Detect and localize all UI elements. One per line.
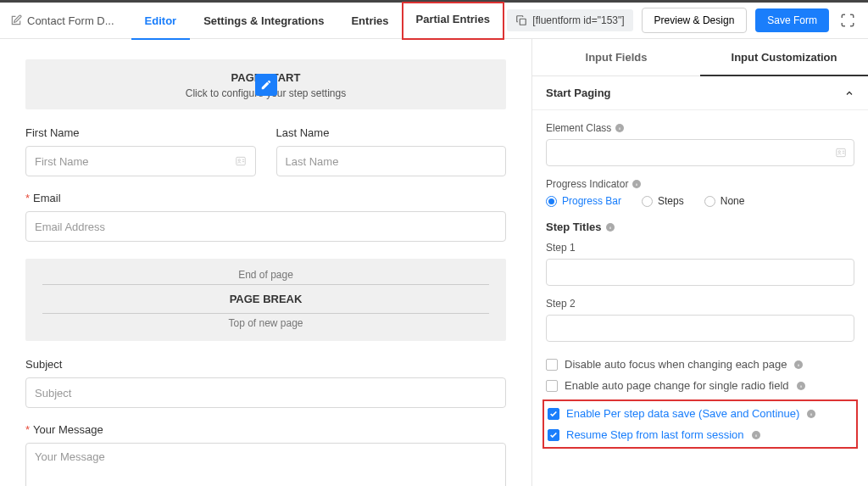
radio-none[interactable]: None	[704, 195, 745, 207]
check-label: Enable Per step data save (Save and Cont…	[566, 407, 799, 420]
page-break-divider	[42, 284, 489, 285]
progress-indicator-text: Progress Indicator	[546, 178, 628, 190]
progress-indicator-label: Progress Indicator	[546, 178, 854, 190]
page-break-block[interactable]: End of page PAGE BREAK Top of new page	[25, 259, 506, 341]
step2-label: Step 2	[546, 298, 854, 310]
first-name-label: First Name	[25, 126, 256, 139]
checkbox-icon	[548, 429, 559, 441]
step-titles-heading: Step Titles	[546, 221, 854, 233]
highlight-checkboxes: Enable Per step data save (Save and Cont…	[542, 399, 858, 449]
message-placeholder: Your Message	[35, 450, 105, 463]
email-label-text: Email	[33, 192, 61, 204]
radio-icon	[704, 196, 715, 207]
radio-progress-bar[interactable]: Progress Bar	[546, 195, 621, 207]
page-start-edit-button[interactable]	[255, 74, 277, 96]
topbar-right: [fluentform id="153"] Preview & Design S…	[507, 8, 858, 33]
preview-button[interactable]: Preview & Design	[642, 8, 748, 33]
step1-input[interactable]	[546, 259, 854, 286]
last-name-input[interactable]: Last Name	[276, 146, 507, 176]
subject-input[interactable]: Subject	[25, 377, 506, 408]
shortcode-box[interactable]: [fluentform id="153"]	[507, 9, 632, 31]
radio-label: None	[721, 195, 745, 207]
check-per-step-save[interactable]: Enable Per step data save (Save and Cont…	[548, 403, 853, 424]
checkbox-icon	[548, 408, 559, 420]
svg-point-5	[838, 151, 840, 153]
subject-placeholder: Subject	[35, 387, 71, 399]
info-icon	[796, 381, 806, 391]
message-input[interactable]: Your Message	[25, 443, 506, 486]
pencil-icon	[260, 79, 272, 91]
element-class-input[interactable]	[546, 139, 854, 166]
radio-label: Steps	[658, 195, 684, 207]
tab-editor[interactable]: Editor	[131, 3, 191, 39]
page-break-divider	[42, 313, 489, 314]
shortcode-text: [fluentform id="153"]	[532, 14, 624, 26]
main-tabs: Editor Settings & Integrations Entries P…	[131, 3, 504, 39]
info-icon	[632, 179, 642, 189]
step2-input[interactable]	[546, 315, 854, 342]
page-start-block[interactable]: PAGE START Click to configure your step …	[25, 59, 506, 109]
svg-rect-0	[520, 19, 526, 25]
message-field: *Your Message Your Message	[25, 423, 506, 486]
last-name-placeholder: Last Name	[286, 155, 339, 168]
first-name-input[interactable]: First Name	[25, 146, 256, 176]
check-autopage[interactable]: Enable auto page change for single radio…	[546, 375, 854, 396]
element-class-text: Element Class	[546, 122, 611, 134]
right-sidebar: Input Fields Input Customization Start P…	[532, 39, 868, 486]
last-name-label: Last Name	[276, 126, 507, 139]
check-autofocus[interactable]: Disable auto focus when changing each pa…	[546, 354, 854, 375]
check-label: Disable auto focus when changing each pa…	[565, 358, 787, 371]
expand-icon	[840, 13, 855, 28]
tab-entries[interactable]: Entries	[337, 3, 402, 39]
save-button[interactable]: Save Form	[755, 8, 829, 32]
copy-icon	[515, 14, 527, 26]
required-marker: *	[25, 192, 30, 204]
tab-partial-entries[interactable]: Partial Entries	[403, 3, 504, 39]
check-icon	[549, 410, 558, 418]
svg-rect-1	[236, 157, 245, 165]
check-label: Resume Step from last form session	[566, 428, 744, 441]
tab-input-customization[interactable]: Input Customization	[700, 39, 868, 75]
message-label: *Your Message	[25, 423, 506, 436]
page-break-top: Top of new page	[25, 317, 506, 329]
section-content: Element Class Progress Indicator Progres…	[532, 110, 868, 464]
step1-label: Step 1	[546, 242, 854, 254]
info-icon	[751, 430, 761, 440]
check-resume-step[interactable]: Resume Step from last form session	[548, 424, 853, 445]
email-input[interactable]: Email Address	[25, 211, 506, 242]
radio-steps[interactable]: Steps	[642, 195, 684, 207]
first-name-field: First Name First Name	[25, 126, 256, 176]
radio-icon	[642, 196, 653, 207]
tab-input-fields[interactable]: Input Fields	[532, 39, 700, 75]
progress-radio-group: Progress Bar Steps None	[546, 195, 854, 207]
section-start-paging[interactable]: Start Paging	[532, 76, 868, 110]
email-field: *Email Email Address	[25, 192, 506, 242]
checkbox-icon	[546, 380, 558, 392]
info-icon	[605, 222, 615, 232]
subject-field: Subject Subject	[25, 358, 506, 408]
first-name-placeholder: First Name	[35, 155, 89, 168]
form-name-text: Contact Form D...	[27, 14, 114, 27]
last-name-field: Last Name Last Name	[276, 126, 507, 176]
form-name[interactable]: Contact Form D...	[10, 14, 131, 27]
section-title: Start Paging	[546, 87, 611, 99]
main-content: PAGE START Click to configure your step …	[0, 39, 868, 486]
step-titles-text: Step Titles	[546, 221, 602, 233]
required-marker: *	[25, 423, 30, 436]
pencil-icon	[10, 14, 22, 26]
fullscreen-button[interactable]	[837, 10, 858, 31]
tab-settings[interactable]: Settings & Integrations	[190, 3, 337, 39]
page-break-end: End of page	[25, 269, 506, 281]
radio-icon	[546, 196, 557, 207]
name-row: First Name First Name Last Name Last Nam…	[25, 126, 506, 192]
info-icon	[806, 409, 816, 419]
contact-icon	[835, 147, 847, 159]
topbar-left: Contact Form D... Editor Settings & Inte…	[10, 3, 504, 39]
svg-point-2	[238, 159, 240, 161]
chevron-up-icon	[844, 88, 854, 98]
message-label-text: Your Message	[33, 423, 103, 436]
sidebar-body: Start Paging Element Class Progress Indi…	[532, 76, 868, 486]
info-icon	[793, 360, 804, 370]
form-canvas: PAGE START Click to configure your step …	[0, 39, 532, 486]
page-break-title: PAGE BREAK	[25, 288, 506, 310]
